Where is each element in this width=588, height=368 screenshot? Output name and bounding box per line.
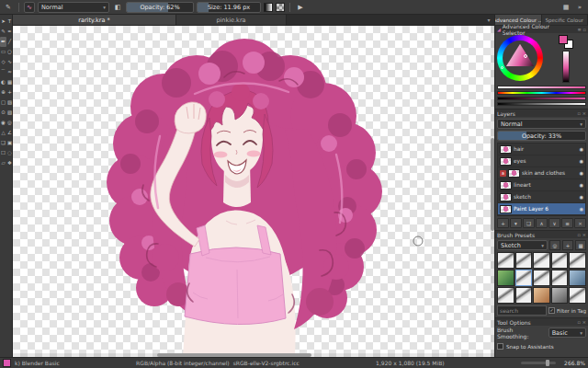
- layer-visibility-icon[interactable]: ◉: [579, 194, 583, 200]
- tool-colorize-mask-icon[interactable]: ▣: [6, 138, 13, 148]
- layer-row-selected[interactable]: Paint Layer 6 ◉: [498, 203, 585, 215]
- lightness-strip[interactable]: [497, 102, 586, 106]
- tool-crop-icon[interactable]: ▢: [0, 98, 6, 108]
- zoom-slider[interactable]: [521, 362, 556, 364]
- pattern-swatch[interactable]: [276, 3, 285, 12]
- brush-preset-thumbnail[interactable]: [533, 252, 550, 269]
- tab-scroll-icon[interactable]: ▾: [483, 15, 494, 25]
- tab-pinkie[interactable]: pinkie.kra: [176, 15, 287, 25]
- brush-smoothing-dropdown[interactable]: Basic ▾: [548, 328, 586, 338]
- foreground-colour-swatch[interactable]: [559, 35, 568, 44]
- brush-search-input[interactable]: [497, 305, 547, 316]
- tool-select-shapes-icon[interactable]: ➤: [0, 17, 6, 27]
- layer-row[interactable]: sketch ◉: [498, 191, 585, 203]
- tool-multibrush-icon[interactable]: ▦: [6, 77, 13, 87]
- hue-ring[interactable]: [497, 35, 543, 81]
- layer-visibility-icon[interactable]: ◉: [579, 170, 583, 176]
- tool-polygon-icon[interactable]: ◇: [0, 57, 6, 67]
- workspace-chooser-icon[interactable]: ▦: [560, 2, 571, 13]
- tool-polyline-icon[interactable]: ∿: [6, 57, 13, 67]
- saturation-strip[interactable]: [497, 86, 586, 89]
- docker-float-icon[interactable]: ▫: [577, 319, 580, 325]
- docker-float-icon[interactable]: ▫: [577, 232, 580, 237]
- tag-icon[interactable]: ◎: [549, 240, 560, 250]
- tab-rarity[interactable]: rarity.kra *: [13, 15, 176, 25]
- layer-visibility-icon[interactable]: ◉: [579, 158, 583, 164]
- display-mode-icon[interactable]: ▦: [575, 240, 586, 250]
- move-layer-up-button[interactable]: ∧: [536, 218, 548, 228]
- tool-smart-patch-icon[interactable]: ▨: [6, 108, 13, 118]
- zoom-slider-handle[interactable]: [546, 360, 549, 366]
- tool-freehand-brush-icon[interactable]: ✏: [0, 37, 6, 47]
- brush-preset-thumbnail[interactable]: [515, 252, 533, 269]
- mirror-icon[interactable]: ▶: [295, 2, 306, 13]
- snap-to-assistants-checkbox[interactable]: [497, 343, 503, 350]
- brush-size-slider[interactable]: Size: 11.96 px: [197, 2, 261, 13]
- tool-color-sampler-icon[interactable]: ⊙: [0, 108, 6, 118]
- tag-dropdown[interactable]: Sketch ▾: [497, 240, 548, 250]
- brush-preset-thumbnail[interactable]: [533, 287, 550, 304]
- layer-row[interactable]: hair ◉: [498, 144, 585, 155]
- docker-close-icon[interactable]: ×: [582, 232, 586, 237]
- tool-freehand-path-icon[interactable]: ≈: [6, 67, 13, 77]
- opacity-slider[interactable]: Opacity: 62%: [126, 2, 194, 13]
- foreground-background-swatches[interactable]: [559, 35, 573, 49]
- tool-line-icon[interactable]: ╱: [6, 37, 13, 47]
- tool-reference-images-icon[interactable]: ❏: [0, 138, 6, 148]
- layer-row[interactable]: lineart ◉: [498, 179, 585, 191]
- hue-strip[interactable]: [497, 91, 586, 95]
- tool-fill-icon[interactable]: ◉: [0, 118, 6, 128]
- brush-preset-thumbnail[interactable]: [569, 287, 586, 304]
- tool-dynamic-brush-icon[interactable]: ◐: [0, 77, 6, 87]
- add-layer-dropdown[interactable]: ▾: [510, 218, 522, 228]
- brush-preset-thumbnail[interactable]: [569, 252, 586, 269]
- layer-row[interactable]: a skin and clothes ◉: [498, 167, 585, 179]
- tool-move-icon[interactable]: +: [6, 87, 13, 98]
- tool-edit-shapes-icon[interactable]: ✎: [0, 27, 6, 37]
- value-strip[interactable]: [497, 97, 586, 100]
- tool-gradient-icon[interactable]: ▧: [6, 98, 13, 108]
- eraser-mode-icon[interactable]: ◧: [112, 2, 123, 13]
- tool-text-icon[interactable]: T: [6, 17, 13, 27]
- filter-in-tag-checkbox[interactable]: ✓: [548, 307, 555, 314]
- docker-close-icon[interactable]: ×: [582, 110, 586, 116]
- brush-preset-thumbnail-selected[interactable]: [515, 270, 533, 286]
- saturation-value-triangle[interactable]: [505, 43, 535, 73]
- brush-preset-thumbnail[interactable]: [551, 287, 569, 304]
- canvas[interactable]: [13, 26, 494, 357]
- tool-ellipse-icon[interactable]: ○: [6, 47, 13, 57]
- layer-opacity-slider[interactable]: Opacity: 33%: [497, 131, 586, 141]
- layer-visibility-icon[interactable]: ◉: [579, 146, 583, 152]
- toolbar-overflow-icon[interactable]: »: [574, 2, 585, 13]
- brush-preset-thumbnail[interactable]: [551, 252, 569, 269]
- brush-preset-thumbnail[interactable]: [497, 287, 514, 304]
- tool-enclose-fill-icon[interactable]: ◎: [6, 118, 13, 128]
- docker-close-icon[interactable]: ×: [582, 319, 586, 325]
- tool-calligraphy-icon[interactable]: ✒: [6, 27, 13, 37]
- layer-properties-button[interactable]: ≡: [561, 218, 573, 228]
- layer-visibility-icon[interactable]: ◉: [579, 182, 583, 188]
- docker-float-icon[interactable]: ▫: [577, 110, 580, 116]
- settings-icon[interactable]: ≡: [577, 27, 581, 32]
- brush-preset-swatch[interactable]: [3, 359, 11, 367]
- brush-preset-thumbnail[interactable]: [497, 252, 514, 269]
- duplicate-layer-button[interactable]: ❏: [523, 218, 535, 228]
- tool-measure-icon[interactable]: ∠: [6, 128, 13, 138]
- brush-preset-thumbnail[interactable]: [497, 270, 514, 286]
- layer-blend-mode-dropdown[interactable]: Normal ▾: [497, 119, 586, 129]
- layer-visibility-icon[interactable]: ◉: [579, 206, 583, 212]
- move-layer-down-button[interactable]: ∨: [548, 218, 560, 228]
- tool-assistants-icon[interactable]: △: [0, 128, 6, 138]
- tool-select-outline-icon[interactable]: ◌: [6, 148, 13, 158]
- tool-select-rectangular-icon[interactable]: ☐: [0, 148, 6, 158]
- delete-layer-button[interactable]: ×: [574, 218, 586, 228]
- brush-editor-icon[interactable]: ∿: [24, 2, 35, 13]
- value-slider[interactable]: [562, 51, 570, 83]
- tool-rectangle-icon[interactable]: ▭: [0, 47, 6, 57]
- layer-row[interactable]: eyes ◉: [498, 155, 585, 167]
- blend-mode-dropdown[interactable]: Normal ▾: [38, 2, 109, 13]
- add-tag-icon[interactable]: +: [562, 240, 573, 250]
- brush-preset-thumbnail[interactable]: [515, 287, 533, 304]
- brush-preset-thumbnail[interactable]: [551, 270, 569, 286]
- docker-float-icon[interactable]: ▫: [583, 27, 586, 32]
